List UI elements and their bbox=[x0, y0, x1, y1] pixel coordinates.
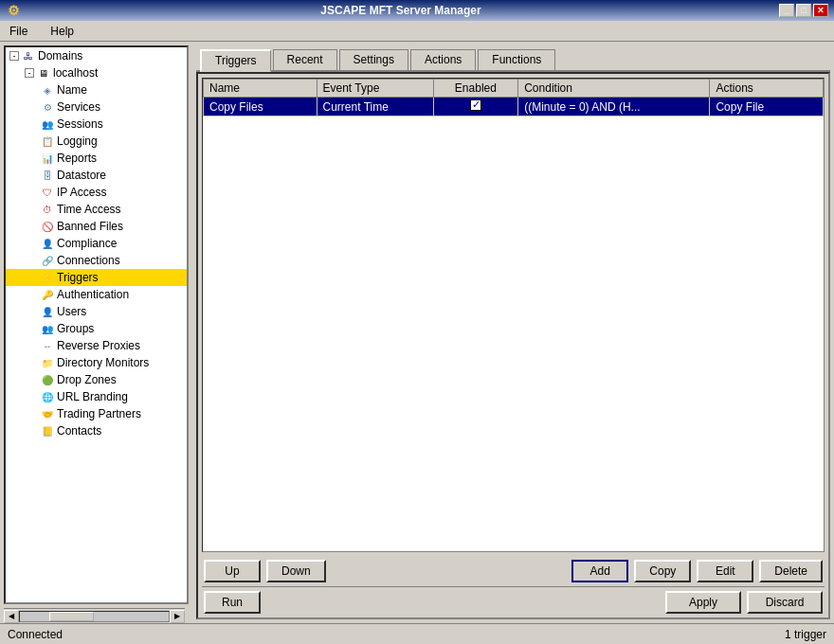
sidebar-item-reports[interactable]: 📊 Reports bbox=[6, 150, 187, 167]
sidebar-item-triggers[interactable]: ⚡ Triggers bbox=[6, 269, 187, 286]
scroll-left-button[interactable]: ◀ bbox=[4, 610, 19, 623]
sidebar-item-banned-files[interactable]: 🚫 Banned Files bbox=[6, 218, 187, 235]
sidebar-item-compliance[interactable]: 👤 Compliance bbox=[6, 235, 187, 252]
sidebar-label-groups: Groups bbox=[57, 322, 94, 335]
banned-files-icon: 🚫 bbox=[40, 219, 55, 234]
tab-recent[interactable]: Recent bbox=[273, 49, 337, 70]
up-button[interactable]: Up bbox=[204, 560, 261, 582]
cell-condition: ((Minute = 0) AND (H... bbox=[518, 98, 710, 116]
sidebar-label-localhost: localhost bbox=[53, 66, 98, 80]
discard-button[interactable]: Discard bbox=[747, 591, 823, 614]
menu-bar: File Help bbox=[0, 21, 834, 42]
sessions-icon: 👥 bbox=[40, 116, 55, 132]
status-right: 1 trigger bbox=[785, 628, 826, 641]
status-left: Connected bbox=[8, 628, 63, 641]
sidebar-label-drop-zones: Drop Zones bbox=[57, 373, 117, 386]
sidebar-label-datastore: Datastore bbox=[57, 169, 106, 182]
delete-button[interactable]: Delete bbox=[759, 560, 823, 582]
expand-localhost[interactable]: - bbox=[25, 68, 34, 78]
tab-settings[interactable]: Settings bbox=[339, 49, 408, 70]
sidebar-item-contacts[interactable]: 📒 Contacts bbox=[6, 422, 187, 439]
menu-help[interactable]: Help bbox=[45, 23, 80, 40]
sidebar-label-trading-partners: Trading Partners bbox=[57, 407, 141, 420]
minimize-button[interactable]: _ bbox=[779, 4, 794, 17]
window-title: JSCAPE MFT Server Manager bbox=[23, 4, 779, 17]
sidebar-item-services[interactable]: ⚙ Services bbox=[6, 98, 187, 116]
name-icon: ◈ bbox=[40, 82, 55, 98]
services-icon: ⚙ bbox=[40, 99, 55, 115]
sidebar-item-directory-monitors[interactable]: 📁 Directory Monitors bbox=[6, 354, 187, 371]
app-icon: ⚙ bbox=[6, 3, 21, 18]
menu-file[interactable]: File bbox=[4, 23, 33, 40]
enabled-checkbox[interactable] bbox=[470, 99, 481, 111]
sidebar-item-trading-partners[interactable]: 🤝 Trading Partners bbox=[6, 405, 187, 422]
sidebar-label-services: Services bbox=[57, 100, 100, 114]
sidebar-label-authentication: Authentication bbox=[57, 288, 129, 301]
scroll-right-button[interactable]: ▶ bbox=[170, 610, 185, 623]
right-panel: Triggers Recent Settings Actions Functio… bbox=[196, 45, 830, 619]
triggers-table[interactable]: Name Event Type Enabled Condition Action… bbox=[202, 78, 825, 552]
sidebar-item-authentication[interactable]: 🔑 Authentication bbox=[6, 286, 187, 303]
copy-button[interactable]: Copy bbox=[634, 560, 691, 582]
sidebar-item-url-branding[interactable]: 🌐 URL Branding bbox=[6, 388, 187, 405]
time-access-icon: ⏱ bbox=[40, 202, 55, 217]
cell-name: Copy Files bbox=[204, 98, 317, 116]
window-controls: _ □ ✕ bbox=[779, 4, 828, 17]
cell-actions: Copy File bbox=[710, 98, 824, 116]
domains-icon: 🖧 bbox=[21, 48, 36, 63]
compliance-icon: 👤 bbox=[40, 236, 55, 251]
datastore-icon: 🗄 bbox=[40, 168, 55, 183]
sidebar-label-reverse-proxies: Reverse Proxies bbox=[57, 339, 140, 352]
col-condition: Condition bbox=[518, 80, 710, 98]
sidebar-label-contacts: Contacts bbox=[57, 424, 101, 438]
sidebar-scrollbar[interactable]: ◀ ▶ bbox=[4, 608, 185, 623]
edit-button[interactable]: Edit bbox=[697, 560, 753, 582]
sidebar-item-reverse-proxies[interactable]: ↔ Reverse Proxies bbox=[6, 337, 187, 354]
down-button[interactable]: Down bbox=[266, 560, 326, 582]
groups-icon: 👥 bbox=[40, 321, 55, 336]
sidebar-item-drop-zones[interactable]: 🟢 Drop Zones bbox=[6, 371, 187, 388]
sidebar-label-url-branding: URL Branding bbox=[57, 390, 128, 403]
sidebar-label-users: Users bbox=[57, 305, 86, 318]
maximize-button[interactable]: □ bbox=[796, 4, 811, 17]
table-row[interactable]: Copy Files Current Time ((Minute = 0) AN… bbox=[204, 98, 824, 116]
sidebar-item-localhost[interactable]: - 🖥 localhost bbox=[6, 64, 187, 81]
cell-event-type: Current Time bbox=[317, 98, 433, 116]
tab-triggers[interactable]: Triggers bbox=[200, 49, 271, 72]
sidebar-item-datastore[interactable]: 🗄 Datastore bbox=[6, 167, 187, 184]
sidebar-item-ip-access[interactable]: 🛡 IP Access bbox=[6, 184, 187, 201]
sidebar-item-logging[interactable]: 📋 Logging bbox=[6, 133, 187, 150]
col-name: Name bbox=[204, 80, 317, 98]
ip-access-icon: 🛡 bbox=[40, 185, 55, 200]
tab-functions[interactable]: Functions bbox=[478, 49, 555, 70]
apply-button[interactable]: Apply bbox=[665, 591, 741, 614]
sidebar-item-users[interactable]: 👤 Users bbox=[6, 303, 187, 320]
expand-domains[interactable]: - bbox=[9, 51, 19, 61]
tab-actions[interactable]: Actions bbox=[410, 49, 476, 70]
add-button[interactable]: Add bbox=[571, 560, 628, 582]
sidebar-item-connections[interactable]: 🔗 Connections bbox=[6, 252, 187, 269]
sidebar-label-domains: Domains bbox=[38, 49, 82, 63]
authentication-icon: 🔑 bbox=[40, 287, 55, 302]
col-event-type: Event Type bbox=[317, 80, 433, 98]
sidebar-item-domains[interactable]: - 🖧 Domains bbox=[6, 47, 187, 64]
main-container: - 🖧 Domains - 🖥 localhost ◈ Name ⚙ Servi… bbox=[0, 42, 834, 623]
status-bar: Connected 1 trigger bbox=[0, 623, 834, 644]
scroll-track[interactable] bbox=[19, 611, 170, 622]
logging-icon: 📋 bbox=[40, 134, 55, 149]
sidebar-item-sessions[interactable]: 👥 Sessions bbox=[6, 116, 187, 133]
users-icon: 👤 bbox=[40, 304, 55, 319]
sidebar-item-name[interactable]: ◈ Name bbox=[6, 81, 187, 98]
sidebar-item-groups[interactable]: 👥 Groups bbox=[6, 320, 187, 337]
cell-enabled bbox=[433, 98, 518, 116]
sidebar-label-logging: Logging bbox=[57, 134, 98, 148]
separator bbox=[189, 42, 192, 623]
contacts-icon: 📒 bbox=[40, 423, 55, 438]
title-bar: ⚙ JSCAPE MFT Server Manager _ □ ✕ bbox=[0, 0, 834, 21]
scroll-thumb[interactable] bbox=[49, 612, 94, 621]
triggers-icon: ⚡ bbox=[40, 270, 55, 285]
close-button[interactable]: ✕ bbox=[813, 4, 828, 17]
run-button[interactable]: Run bbox=[204, 591, 261, 614]
sidebar-label-reports: Reports bbox=[57, 152, 97, 165]
sidebar-item-time-access[interactable]: ⏱ Time Access bbox=[6, 201, 187, 218]
